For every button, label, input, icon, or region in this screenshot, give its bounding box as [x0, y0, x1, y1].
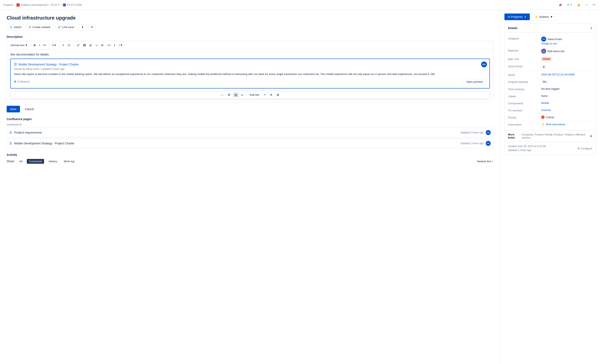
- more-actions-button[interactable]: •••: [88, 24, 96, 30]
- bullet-list-button[interactable]: ≡: [61, 43, 66, 47]
- time-tracking-value: No time logged: [541, 87, 592, 90]
- breadcrumb-sep3: /: [61, 3, 62, 6]
- labels-value: None: [541, 94, 592, 97]
- filter-all[interactable]: All: [17, 159, 24, 164]
- sprint-value: 2023-06-30T12:31:54+0000: [541, 73, 592, 76]
- confluence-logo: ✕: [14, 80, 16, 83]
- cancel-button[interactable]: Cancel: [22, 106, 38, 112]
- components-link[interactable]: Mobile: [541, 101, 549, 104]
- automation-value: ⚡ Rule executions: [541, 122, 592, 126]
- float-key-btn[interactable]: ⌘: [226, 93, 232, 97]
- link-issue-button[interactable]: 🔗 Link issue: [55, 24, 77, 30]
- watch-button[interactable]: 👁 2: [566, 2, 573, 7]
- announce-button[interactable]: 📣: [557, 2, 563, 7]
- sprint-link[interactable]: 2023-06-30T12:31:54+0000: [541, 73, 575, 76]
- open-tab-button[interactable]: ↗: [262, 93, 267, 97]
- editor-container: Normal text ▼ B I ••• A▼ ≡ 1≡ 🔗 🖼 @: [7, 41, 493, 103]
- assign-to-me[interactable]: Assign to me: [541, 42, 562, 45]
- confluence-badge: ✕ Confluence: [14, 80, 30, 83]
- float-delete-button[interactable]: 🗑: [275, 93, 281, 97]
- edit-link-label: Edit link: [250, 93, 259, 96]
- confluence-item-1[interactable]: ☰ Product requirements Updated 2 hours a…: [7, 128, 493, 137]
- float-settings-button[interactable]: ⚙: [268, 93, 274, 97]
- breadcrumb-plat7[interactable]: PLAT-7: [51, 3, 60, 6]
- activity-header: Show: All Comments History Work log Newe…: [7, 159, 493, 164]
- float-embed-btn[interactable]: ⧈: [240, 93, 244, 97]
- reporter-row: Reporter 🤖 field demo bot: [508, 47, 592, 56]
- more-format-button[interactable]: •••: [42, 43, 47, 47]
- epic-badge[interactable]: Cloud: [541, 57, 552, 61]
- thumbs-up-icon: 👍: [577, 3, 580, 6]
- announce-icon: 📣: [559, 3, 562, 6]
- breadcrumb-project[interactable]: Platform Development: [21, 3, 48, 6]
- estimate-badge: 0m: [541, 80, 548, 84]
- assignee-label: Assignee: [508, 37, 541, 40]
- doc-card-footer: ✕ Confluence Open preview: [14, 79, 486, 85]
- doc-card-meta: Owned by Alana Grant • Updated 2 hours a…: [14, 67, 486, 70]
- breadcrumb-projects[interactable]: Projects: [3, 3, 13, 6]
- breadcrumb: Projects / Platform Development / PLAT-7…: [3, 3, 82, 7]
- toolbar-divider1: [30, 43, 31, 47]
- conf-item-icon-1: ☰: [9, 131, 12, 134]
- code-button[interactable]: </>: [105, 43, 112, 47]
- editor-content[interactable]: See documentation for details: ☰ Mobile …: [7, 49, 493, 102]
- sprint-label: Sprint: [508, 73, 541, 76]
- story-points-row: Story Points 4: [508, 63, 592, 71]
- like-button[interactable]: 👍: [576, 2, 581, 7]
- components-label: Components: [508, 101, 541, 105]
- bold-button[interactable]: B: [32, 43, 37, 47]
- share-button[interactable]: ↗: [584, 2, 589, 7]
- mention-button[interactable]: @: [88, 43, 93, 47]
- doc-card-title[interactable]: Mobile Development Strategy - Project Ch…: [19, 63, 79, 66]
- ellipsis-icon: •••: [91, 26, 94, 29]
- automation-link[interactable]: Rule executions: [546, 123, 565, 126]
- format-select[interactable]: Normal text ▼: [9, 43, 29, 47]
- table-button[interactable]: ⊞: [100, 43, 105, 47]
- link-button[interactable]: 🔗: [75, 43, 81, 47]
- breadcrumb-issue[interactable]: PLAT-17330: [67, 3, 82, 6]
- fix-versions-link[interactable]: Gamma: [541, 108, 551, 112]
- epic-icon: [63, 4, 66, 6]
- filter-comments[interactable]: Comments: [27, 159, 44, 164]
- configure-button[interactable]: ⚙ Configure: [577, 147, 592, 150]
- float-narrow-btn[interactable]: —: [219, 93, 225, 97]
- create-subtask-button[interactable]: ☑ Create subtask: [26, 24, 53, 30]
- attach-button[interactable]: 📎 Attach: [7, 24, 24, 30]
- left-panel: Cloud infrastructure upgrade 📎 Attach ☑ …: [0, 10, 500, 364]
- open-preview-button[interactable]: Open preview: [463, 79, 486, 85]
- dropdown-button[interactable]: ▼: [79, 24, 87, 30]
- activity-sort[interactable]: Newest first ↕: [477, 160, 493, 163]
- details-header[interactable]: Details ∧: [505, 24, 596, 32]
- more-fields[interactable]: More fields Company, Product Family, Pro…: [505, 130, 596, 142]
- more-nav-button[interactable]: •••: [591, 2, 597, 7]
- save-button[interactable]: Save: [7, 106, 20, 112]
- confluence-section: Confluence pages mentioned on ☰ Product …: [7, 117, 493, 148]
- text-color-button[interactable]: A▼: [51, 43, 58, 47]
- confluence-item-2[interactable]: ☰ Mobile Development Strategy - Project …: [7, 139, 493, 148]
- toolbar-divider4: [73, 43, 74, 47]
- float-card-btn[interactable]: ▤: [233, 93, 239, 97]
- image-button[interactable]: 🖼: [82, 43, 87, 47]
- actions-arrow: ▼: [550, 15, 553, 19]
- story-points-badge[interactable]: 4: [541, 65, 546, 69]
- actions-button[interactable]: ⚡ Actions ▼: [531, 13, 556, 20]
- emoji-button[interactable]: ☺: [94, 43, 99, 47]
- editor-intro-text: See documentation for details:: [10, 53, 490, 56]
- epic-label: Epic Link: [508, 57, 541, 61]
- filter-worklog[interactable]: Work log: [62, 159, 76, 164]
- toolbar-divider3: [59, 43, 60, 47]
- status-label: In Progress: [508, 15, 523, 19]
- doc-card: ☰ Mobile Development Strategy - Project …: [10, 59, 490, 89]
- italic-button[interactable]: I: [38, 43, 41, 47]
- details-section: Details ∧ Assignee AG Alana Grant: [505, 24, 596, 155]
- labels-row: Labels None: [508, 93, 592, 100]
- info-button[interactable]: ℹ: [113, 43, 116, 47]
- status-button[interactable]: In Progress ▼: [505, 13, 530, 20]
- breadcrumb-sep2: /: [49, 3, 50, 6]
- insert-button[interactable]: +▼: [117, 43, 124, 47]
- filter-history[interactable]: History: [47, 159, 59, 164]
- story-points-value: 4: [541, 65, 592, 69]
- edit-link-button[interactable]: Edit link: [248, 93, 261, 97]
- numbered-list-button[interactable]: 1≡: [66, 43, 72, 47]
- conf-item-avatar-1: AG: [486, 130, 491, 135]
